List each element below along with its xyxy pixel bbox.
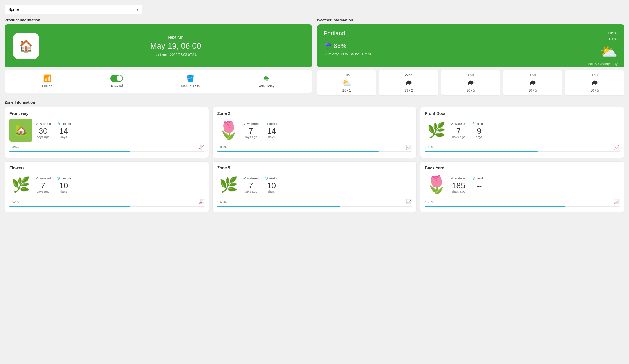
zone-stats: ✔ watered 7 days ago ⏱ next in 10 days <box>243 176 412 193</box>
weather-high: H16°C <box>588 30 618 36</box>
watered-header: ✔ watered <box>35 176 51 181</box>
moisture-pct: 62% <box>12 200 19 204</box>
zone-name: Back Yard <box>425 166 620 170</box>
weather-main-card: Portland ☂️ 83% Humidity: 71% Wind: 1 mp… <box>317 24 625 67</box>
clock-icon: ⏱ <box>264 122 268 126</box>
watered-days: 7 <box>249 127 253 135</box>
weather-section: Weather Information Portland ☂️ 83% Humi… <box>317 18 625 96</box>
zone-footer: ≈ 83% 📈 <box>217 144 412 152</box>
forecast-card-0: Tus ⛅ 16 / 1 <box>317 70 377 96</box>
weather-low: L1°C <box>588 36 618 42</box>
zone-name: Flowers <box>9 166 204 170</box>
watered-days: 30 <box>38 127 47 135</box>
zone-watered-stat: ✔ watered 7 days ago <box>35 176 51 193</box>
zone-nextin-stat: ⏱ next in 10 days <box>57 176 71 193</box>
status-enabled[interactable]: Enabled <box>110 75 123 88</box>
zone-stats: ✔ watered 7 days ago ⏱ next in 9 days <box>451 122 620 139</box>
weather-details: Humidity: 71% Wind: 1 mps <box>324 52 618 56</box>
moisture-icon: ≈ <box>425 146 427 149</box>
zone-body: 🌷 ✔ watered 7 days ago ⏱ next in <box>217 119 412 142</box>
watered-unit: days ago <box>37 190 50 193</box>
forecast-card-1: Wed 🌧 13 / 2 <box>379 70 438 96</box>
check-icon: ✔ <box>451 122 454 126</box>
moisture-bar-bg <box>217 206 412 207</box>
watered-label: watered <box>455 122 466 125</box>
umbrella-icon: ☂️ <box>324 42 332 50</box>
chart-icon[interactable]: 📈 <box>198 144 204 150</box>
moisture-bar-fill <box>425 206 565 207</box>
chart-icon[interactable]: 📈 <box>406 144 412 150</box>
wifi-icon: 📶 <box>43 74 52 82</box>
nextin-header: ⏱ next in <box>472 176 486 181</box>
status-manual-run[interactable]: 🪣 Manual Run <box>181 74 200 88</box>
manual-run-label: Manual Run <box>181 84 200 88</box>
next-days: 10 <box>59 182 68 190</box>
chart-icon[interactable]: 📈 <box>614 199 620 204</box>
zone-watered-stat: ✔ watered 7 days ago <box>243 122 259 139</box>
watered-unit: days ago <box>244 190 257 193</box>
moisture-bar-fill <box>9 206 130 207</box>
zone-stats: ✔ watered 185 days ago ⏱ next in -- <box>451 176 620 193</box>
watered-days: 7 <box>456 127 461 135</box>
chart-icon[interactable]: 📈 <box>614 144 620 150</box>
zone-section-label: Zone Information <box>5 100 624 104</box>
nextin-label: next in <box>269 177 278 180</box>
watered-days: 185 <box>452 182 465 190</box>
nextin-header: ⏱ next in <box>57 122 71 126</box>
next-days: 9 <box>477 127 481 135</box>
zone-nextin-stat: ⏱ next in 14 days <box>264 122 278 139</box>
product-info-text: Next run May 19, 06:00 Last run 2022/05/… <box>48 35 304 57</box>
zone-name: Front way <box>9 111 204 116</box>
watered-days: 7 <box>41 182 45 190</box>
zone-card-0: Front way 🏡 ✔ watered 30 days ago ⏱ <box>5 107 209 158</box>
zone-body: 🌿 ✔ watered 7 days ago ⏱ next in <box>9 173 204 196</box>
zone-moisture-label: ≈ 63% 📈 <box>217 199 412 204</box>
zone-watered-stat: ✔ watered 7 days ago <box>451 122 466 139</box>
weather-right-panel: H16°C L1°C ⛅ Partly Cloudy Day <box>588 30 618 66</box>
forecast-temp: 10 / 5 <box>506 88 559 92</box>
zone-body: 🏡 ✔ watered 30 days ago ⏱ next in <box>9 119 204 142</box>
forecast-day: Wed <box>382 73 435 77</box>
weather-rain-pct: ☂️ 83% <box>324 42 618 50</box>
rain-delay-label: Rain Delay <box>258 84 275 88</box>
moisture-bar-bg <box>217 151 412 152</box>
zone-nextin-stat: ⏱ next in 9 days <box>472 122 486 139</box>
moisture-icon: ≈ <box>217 146 219 149</box>
zone-footer: ≈ 58% 📈 <box>425 144 620 152</box>
next-run-label: Next run <box>48 35 304 40</box>
device-selector[interactable]: Sprite <box>5 5 142 14</box>
forecast-icon: 🌧 <box>444 78 497 87</box>
check-icon: ✔ <box>243 176 246 181</box>
enabled-toggle[interactable] <box>110 75 123 82</box>
chart-icon[interactable]: 📈 <box>406 199 412 204</box>
zone-nextin-stat: ⏱ next in -- <box>472 176 486 193</box>
weather-city: Portland <box>324 30 618 37</box>
status-rain-delay[interactable]: 🌧 Rain Delay <box>258 74 275 88</box>
status-online: 📶 Online <box>42 74 52 88</box>
moisture-pct: 83% <box>220 146 227 149</box>
nextin-header: ⏱ next in <box>264 122 278 126</box>
chart-icon[interactable]: 📈 <box>198 199 204 204</box>
next-days: -- <box>477 182 482 190</box>
next-unit: days <box>60 135 67 139</box>
zone-footer: ≈ 72% 📈 <box>425 199 620 207</box>
product-info-section: Product Information 🏠 Next run May 19, 0… <box>5 18 312 96</box>
zone-moisture-label: ≈ 62% 📈 <box>9 199 204 204</box>
nextin-header: ⏱ next in <box>57 176 71 181</box>
device-selector-wrapper[interactable]: Sprite <box>5 5 142 14</box>
rain-icon: 🌧 <box>263 74 270 82</box>
zone-watered-stat: ✔ watered 185 days ago <box>451 176 466 193</box>
next-days: 10 <box>267 182 276 190</box>
forecast-card-3: Thu 🌧 10 / 5 <box>503 70 562 96</box>
nextin-label: next in <box>477 122 486 125</box>
forecast-day: Thu <box>506 73 559 77</box>
last-run-text: Last run 2022/05/03 07:16 <box>48 53 304 57</box>
nextin-header: ⏱ next in <box>264 176 278 181</box>
watered-header: ✔ watered <box>451 122 466 126</box>
clock-icon: ⏱ <box>57 122 60 126</box>
zone-moisture-label: ≈ 62% 📈 <box>9 144 204 150</box>
zone-footer: ≈ 63% 📈 <box>217 199 412 207</box>
forecast-icon: 🌧 <box>506 78 559 87</box>
weather-condition-icon: ⛅ <box>588 44 618 60</box>
watered-header: ✔ watered <box>243 122 259 126</box>
